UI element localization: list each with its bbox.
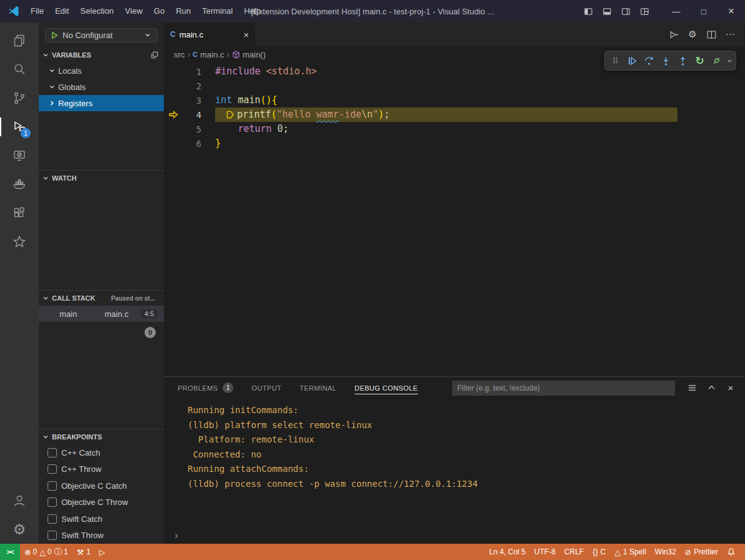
debug-status-icon[interactable]: ▷ — [95, 544, 110, 560]
run-and-debug-icon[interactable]: 1 — [0, 112, 39, 141]
breadcrumb-folder[interactable]: src — [174, 50, 185, 59]
tab-close-icon[interactable]: × — [243, 29, 249, 40]
breakpoint-label: C++ Catch — [61, 448, 100, 458]
call-stack-header[interactable]: CALL STACK Paused on st... — [39, 291, 164, 306]
close-panel-icon[interactable]: × — [724, 381, 737, 395]
settings-gear-icon[interactable]: ⚙ — [684, 26, 701, 43]
breakpoint-row[interactable]: Swift Throw — [39, 528, 164, 544]
eol-indicator[interactable]: CRLF — [560, 544, 588, 560]
info-icon: ⓘ — [54, 547, 62, 558]
variables-header[interactable]: VARIABLES — [39, 48, 164, 62]
start-debug-icon[interactable] — [51, 31, 59, 39]
menu-item[interactable]: Run — [170, 0, 196, 22]
maximize-panel-icon[interactable] — [704, 381, 718, 395]
toggle-panel-icon[interactable] — [597, 0, 616, 22]
encoding-indicator[interactable]: UTF-8 — [530, 544, 560, 560]
breakpoint-row[interactable]: Objective C Throw — [39, 494, 164, 511]
search-icon[interactable] — [0, 55, 39, 84]
explorer-icon[interactable] — [0, 26, 39, 55]
formatter-status[interactable]: ⊘ Prettier — [681, 544, 722, 560]
current-execution-line: 4 printf("hello wamr-ide\n"); — [164, 108, 745, 122]
variable-group-row[interactable]: Registers — [39, 95, 164, 111]
breakpoint-row[interactable]: Objective C Catch — [39, 478, 164, 494]
menu-item[interactable]: File — [25, 0, 49, 22]
star-icon[interactable] — [0, 228, 39, 256]
step-over-icon[interactable] — [641, 52, 657, 69]
continue-icon[interactable] — [624, 52, 641, 69]
breakpoint-checkbox[interactable] — [48, 448, 57, 458]
breakpoint-checkbox[interactable] — [48, 464, 57, 474]
breadcrumb-separator: › — [185, 49, 193, 59]
notifications-bell-icon[interactable] — [722, 544, 740, 560]
collapse-all-icon[interactable] — [150, 51, 159, 59]
stack-frame-row[interactable]: main main.c 4:5 — [39, 306, 164, 322]
variable-group-row[interactable]: Globals — [39, 79, 164, 95]
spell-checker-status[interactable]: △ 1 Spell — [610, 544, 650, 560]
tab-main-c[interactable]: C main.c × — [164, 22, 255, 46]
console-prompt-icon[interactable]: › — [175, 530, 178, 541]
toggle-secondary-sidebar-icon[interactable] — [616, 0, 635, 22]
menu-item[interactable]: Edit — [49, 0, 74, 22]
account-icon[interactable] — [0, 486, 39, 515]
disconnect-icon[interactable] — [708, 52, 725, 69]
breakpoint-row[interactable]: C++ Catch — [39, 444, 164, 461]
breakpoint-checkbox[interactable] — [48, 531, 57, 540]
tab-bar: C main.c × ⚙ ⋯ — [164, 22, 745, 46]
panel-tab[interactable]: TERMINAL — [300, 377, 337, 399]
breakpoints-section: BREAKPOINTS C++ Catch C++ Throw Objectiv… — [39, 429, 164, 544]
inline-breakpoint-icon[interactable] — [226, 108, 237, 122]
launch-config-dropdown[interactable]: No Configurat — [45, 28, 158, 42]
close-button[interactable]: × — [717, 0, 745, 22]
toggle-sidebar-icon[interactable] — [579, 0, 597, 22]
panel-tab[interactable]: DEBUG CONSOLE — [355, 377, 418, 399]
remote-indicator[interactable]: >< — [0, 544, 20, 560]
chevron-down-icon[interactable] — [725, 52, 734, 69]
breakpoint-row[interactable]: C++ Throw — [39, 461, 164, 478]
execution-pointer-icon[interactable] — [164, 111, 183, 119]
breakpoint-row[interactable]: Swift Catch — [39, 511, 164, 528]
line-number: 4 — [183, 110, 201, 120]
panel-tab[interactable]: OUTPUT — [251, 377, 281, 399]
minimize-button[interactable]: — — [662, 0, 690, 22]
source-control-icon[interactable] — [0, 84, 39, 112]
step-into-icon[interactable] — [657, 52, 674, 69]
code-editor[interactable]: 1 #include <stdio.h> 2 3 int main(){ — [164, 62, 745, 376]
run-or-debug-icon[interactable] — [665, 26, 682, 43]
breakpoints-header[interactable]: BREAKPOINTS — [39, 429, 164, 444]
watch-header[interactable]: WATCH — [39, 171, 164, 186]
settings-gear-icon[interactable]: ⚙ — [0, 515, 39, 544]
menu-item[interactable]: Terminal — [196, 0, 238, 22]
output-actions-icon[interactable] — [685, 381, 699, 395]
customize-layout-icon[interactable] — [635, 0, 654, 22]
more-actions-icon[interactable]: ⋯ — [721, 26, 739, 43]
filter-input[interactable] — [452, 381, 675, 396]
problems-status[interactable]: ⊗0 △0 ⓘ1 — [20, 544, 73, 560]
restart-icon[interactable]: ↻ — [691, 52, 708, 69]
maximize-button[interactable]: □ — [690, 0, 717, 22]
menu-item[interactable]: Go — [148, 0, 170, 22]
docker-icon[interactable] — [0, 170, 39, 199]
breakpoint-checkbox[interactable] — [48, 481, 57, 491]
breadcrumb-symbol[interactable]: main() — [232, 50, 266, 59]
split-editor-icon[interactable] — [702, 26, 720, 43]
console-line: Running attachCommands: — [188, 462, 745, 477]
breadcrumb-file[interactable]: C main.c — [193, 50, 224, 59]
debug-badge: 1 — [21, 128, 31, 138]
menu-item[interactable]: Selection — [74, 0, 119, 22]
toolbar-drag-grip-icon[interactable]: ⠿ — [607, 52, 624, 69]
editor-actions: ⚙ ⋯ — [665, 22, 745, 46]
tools-status[interactable]: ⚒ 1 — [73, 544, 95, 560]
menu-item[interactable]: View — [119, 0, 148, 22]
line-number: 1 — [183, 67, 201, 77]
breakpoint-checkbox[interactable] — [48, 498, 57, 507]
extensions-icon[interactable] — [0, 199, 39, 228]
cursor-position[interactable]: Ln 4, Col 5 — [485, 544, 530, 560]
language-mode[interactable]: {} C — [588, 544, 610, 560]
platform-indicator[interactable]: Win32 — [651, 544, 681, 560]
variable-group-row[interactable]: Locals — [39, 62, 164, 79]
activity-bar: 1 ⚙ — [0, 22, 39, 544]
breakpoint-checkbox[interactable] — [48, 514, 57, 524]
remote-explorer-icon[interactable] — [0, 141, 39, 170]
step-out-icon[interactable] — [674, 52, 691, 69]
panel-tab[interactable]: PROBLEMS 1 — [178, 377, 233, 399]
